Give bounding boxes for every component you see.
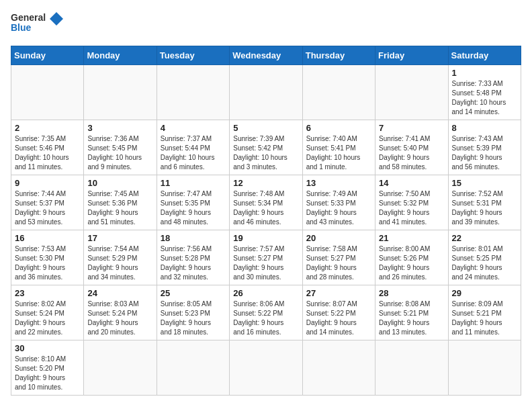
day-number: 24 [87, 288, 152, 298]
day-info: Sunrise: 7:45 AM Sunset: 5:36 PM Dayligh… [87, 189, 152, 227]
calendar-cell: 26Sunrise: 8:06 AM Sunset: 5:22 PM Dayli… [230, 285, 302, 340]
svg-marker-2 [50, 12, 63, 26]
day-info: Sunrise: 8:01 AM Sunset: 5:25 PM Dayligh… [452, 244, 517, 282]
day-number: 12 [233, 178, 298, 188]
calendar-week-row: 16Sunrise: 7:53 AM Sunset: 5:30 PM Dayli… [11, 230, 521, 285]
calendar-cell: 2Sunrise: 7:35 AM Sunset: 5:46 PM Daylig… [11, 120, 84, 175]
page-header: General Blue [11, 11, 521, 38]
day-number: 29 [452, 288, 517, 298]
calendar-week-row: 1Sunrise: 7:33 AM Sunset: 5:48 PM Daylig… [11, 65, 521, 120]
day-info: Sunrise: 7:40 AM Sunset: 5:41 PM Dayligh… [306, 134, 371, 172]
calendar-day-header: Thursday [302, 46, 375, 65]
day-info: Sunrise: 7:54 AM Sunset: 5:29 PM Dayligh… [87, 244, 152, 282]
day-info: Sunrise: 8:07 AM Sunset: 5:22 PM Dayligh… [306, 300, 371, 337]
day-number: 13 [306, 178, 371, 188]
calendar-cell: 12Sunrise: 7:48 AM Sunset: 5:34 PM Dayli… [230, 175, 302, 230]
calendar-cell [230, 65, 302, 120]
day-info: Sunrise: 7:33 AM Sunset: 5:48 PM Dayligh… [452, 79, 517, 117]
calendar-day-header: Saturday [448, 46, 521, 65]
svg-text:Blue: Blue [11, 22, 32, 33]
day-number: 9 [15, 178, 80, 188]
calendar-cell: 4Sunrise: 7:37 AM Sunset: 5:44 PM Daylig… [157, 120, 229, 175]
day-info: Sunrise: 7:58 AM Sunset: 5:27 PM Dayligh… [306, 244, 371, 282]
day-info: Sunrise: 7:36 AM Sunset: 5:45 PM Dayligh… [87, 134, 152, 172]
calendar-cell [84, 65, 157, 120]
day-number: 20 [306, 233, 371, 243]
day-info: Sunrise: 7:43 AM Sunset: 5:39 PM Dayligh… [452, 134, 517, 172]
calendar-cell [302, 340, 375, 396]
day-info: Sunrise: 7:48 AM Sunset: 5:34 PM Dayligh… [233, 189, 298, 227]
calendar-day-header: Monday [84, 46, 157, 65]
day-number: 4 [161, 123, 226, 133]
calendar-cell: 23Sunrise: 8:02 AM Sunset: 5:24 PM Dayli… [11, 285, 84, 340]
calendar-cell: 21Sunrise: 8:00 AM Sunset: 5:26 PM Dayli… [375, 230, 448, 285]
calendar-cell: 16Sunrise: 7:53 AM Sunset: 5:30 PM Dayli… [11, 230, 84, 285]
day-info: Sunrise: 8:08 AM Sunset: 5:21 PM Dayligh… [379, 300, 444, 337]
calendar-cell: 8Sunrise: 7:43 AM Sunset: 5:39 PM Daylig… [448, 120, 521, 175]
day-info: Sunrise: 7:50 AM Sunset: 5:32 PM Dayligh… [379, 189, 444, 227]
calendar-cell: 27Sunrise: 8:07 AM Sunset: 5:22 PM Dayli… [302, 285, 375, 340]
day-info: Sunrise: 8:00 AM Sunset: 5:26 PM Dayligh… [379, 244, 444, 282]
calendar-cell [375, 340, 448, 396]
day-number: 15 [452, 178, 517, 188]
day-info: Sunrise: 8:10 AM Sunset: 5:20 PM Dayligh… [15, 355, 80, 392]
calendar-cell: 28Sunrise: 8:08 AM Sunset: 5:21 PM Dayli… [375, 285, 448, 340]
day-number: 8 [452, 123, 517, 133]
calendar-cell: 29Sunrise: 8:09 AM Sunset: 5:21 PM Dayli… [448, 285, 521, 340]
day-number: 11 [161, 178, 226, 188]
day-number: 23 [15, 288, 80, 298]
calendar-cell [157, 65, 229, 120]
day-info: Sunrise: 7:44 AM Sunset: 5:37 PM Dayligh… [15, 189, 80, 227]
day-info: Sunrise: 7:37 AM Sunset: 5:44 PM Dayligh… [161, 134, 226, 172]
calendar-cell [84, 340, 157, 396]
day-number: 21 [379, 233, 444, 243]
calendar-cell: 9Sunrise: 7:44 AM Sunset: 5:37 PM Daylig… [11, 175, 84, 230]
day-info: Sunrise: 8:06 AM Sunset: 5:22 PM Dayligh… [233, 300, 298, 337]
calendar-week-row: 30Sunrise: 8:10 AM Sunset: 5:20 PM Dayli… [11, 340, 521, 396]
day-number: 28 [379, 288, 444, 298]
calendar-cell: 1Sunrise: 7:33 AM Sunset: 5:48 PM Daylig… [448, 65, 521, 120]
day-number: 1 [452, 68, 517, 78]
day-number: 3 [87, 123, 152, 133]
day-number: 6 [306, 123, 371, 133]
svg-text:General: General [11, 12, 46, 23]
day-number: 14 [379, 178, 444, 188]
day-info: Sunrise: 7:39 AM Sunset: 5:42 PM Dayligh… [233, 134, 298, 172]
day-info: Sunrise: 8:09 AM Sunset: 5:21 PM Dayligh… [452, 300, 517, 337]
day-number: 16 [15, 233, 80, 243]
logo: General Blue [11, 11, 64, 38]
calendar-cell [302, 65, 375, 120]
calendar-table: SundayMondayTuesdayWednesdayThursdayFrid… [11, 46, 521, 396]
logo-icon: General Blue [11, 11, 64, 38]
calendar-cell: 24Sunrise: 8:03 AM Sunset: 5:24 PM Dayli… [84, 285, 157, 340]
calendar-cell [448, 340, 521, 396]
day-number: 18 [161, 233, 226, 243]
calendar-cell: 15Sunrise: 7:52 AM Sunset: 5:31 PM Dayli… [448, 175, 521, 230]
calendar-header-row: SundayMondayTuesdayWednesdayThursdayFrid… [11, 46, 521, 65]
day-info: Sunrise: 7:35 AM Sunset: 5:46 PM Dayligh… [15, 134, 80, 172]
calendar-cell: 14Sunrise: 7:50 AM Sunset: 5:32 PM Dayli… [375, 175, 448, 230]
calendar-cell: 11Sunrise: 7:47 AM Sunset: 5:35 PM Dayli… [157, 175, 229, 230]
day-info: Sunrise: 8:02 AM Sunset: 5:24 PM Dayligh… [15, 300, 80, 337]
calendar-cell [11, 65, 84, 120]
calendar-cell: 17Sunrise: 7:54 AM Sunset: 5:29 PM Dayli… [84, 230, 157, 285]
calendar-day-header: Wednesday [230, 46, 302, 65]
day-info: Sunrise: 7:41 AM Sunset: 5:40 PM Dayligh… [379, 134, 444, 172]
calendar-cell: 5Sunrise: 7:39 AM Sunset: 5:42 PM Daylig… [230, 120, 302, 175]
calendar-cell: 10Sunrise: 7:45 AM Sunset: 5:36 PM Dayli… [84, 175, 157, 230]
day-number: 22 [452, 233, 517, 243]
day-number: 5 [233, 123, 298, 133]
day-number: 25 [161, 288, 226, 298]
calendar-cell: 13Sunrise: 7:49 AM Sunset: 5:33 PM Dayli… [302, 175, 375, 230]
calendar-cell: 19Sunrise: 7:57 AM Sunset: 5:27 PM Dayli… [230, 230, 302, 285]
calendar-cell: 3Sunrise: 7:36 AM Sunset: 5:45 PM Daylig… [84, 120, 157, 175]
day-info: Sunrise: 8:03 AM Sunset: 5:24 PM Dayligh… [87, 300, 152, 337]
day-info: Sunrise: 7:47 AM Sunset: 5:35 PM Dayligh… [161, 189, 226, 227]
day-number: 27 [306, 288, 371, 298]
calendar-week-row: 23Sunrise: 8:02 AM Sunset: 5:24 PM Dayli… [11, 285, 521, 340]
calendar-cell: 22Sunrise: 8:01 AM Sunset: 5:25 PM Dayli… [448, 230, 521, 285]
calendar-day-header: Sunday [11, 46, 84, 65]
calendar-cell: 18Sunrise: 7:56 AM Sunset: 5:28 PM Dayli… [157, 230, 229, 285]
calendar-cell [230, 340, 302, 396]
calendar-cell: 7Sunrise: 7:41 AM Sunset: 5:40 PM Daylig… [375, 120, 448, 175]
